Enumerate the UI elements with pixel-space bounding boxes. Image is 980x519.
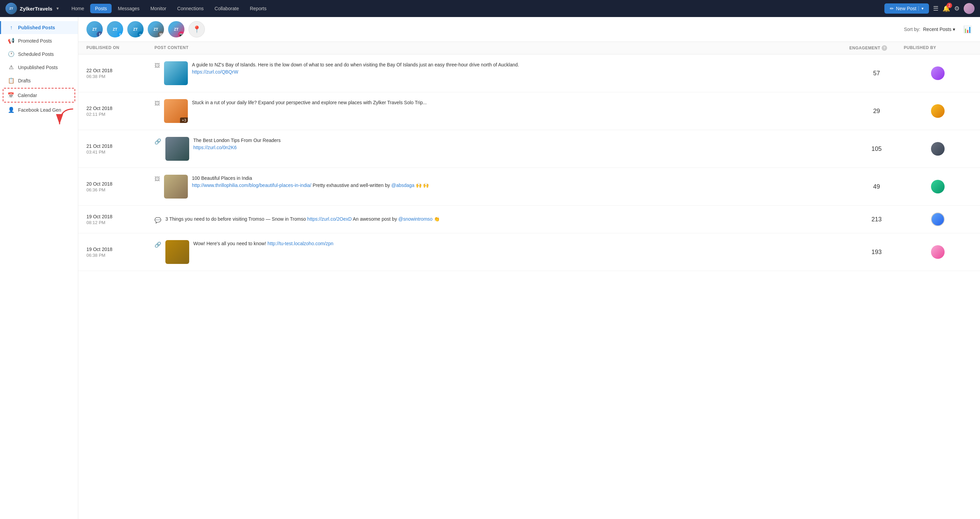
sidebar-label-calendar: Calendar (18, 93, 37, 98)
new-post-label: New Post (896, 6, 916, 11)
notifications-button[interactable]: 🔔 2 (943, 5, 950, 12)
nav-monitor[interactable]: Monitor (146, 4, 171, 13)
time-value: 08:12 PM (86, 220, 154, 225)
header-post-content: POST CONTENT (154, 45, 850, 51)
facebook-badge: f (97, 31, 103, 37)
engagement-value: 105 (850, 145, 904, 153)
engagement-value: 57 (850, 70, 904, 77)
channel-misc[interactable]: ZT M (148, 21, 164, 37)
channel-twitter[interactable]: ZT t (107, 21, 123, 37)
post-text: 3 Things you need to do before visiting … (165, 216, 850, 223)
post-date: 22 Oct 2018 02:11 PM (86, 105, 154, 117)
brand-chevron-icon: ▾ (56, 6, 59, 11)
time-value: 06:36 PM (86, 187, 154, 192)
misc-badge: M (158, 31, 164, 37)
sidebar-item-published[interactable]: ↑ Published Posts (0, 21, 78, 34)
analytics-icon[interactable]: 📊 (963, 25, 972, 34)
nav-collaborate[interactable]: Collaborate (210, 4, 244, 13)
post-link[interactable]: http://www.thrillophilia.com/blog/beauti… (192, 182, 311, 188)
nav-reports[interactable]: Reports (245, 4, 271, 13)
main-content: ZT f ZT t ZT in ZT M ZT 📷 (78, 17, 980, 519)
new-post-chevron-icon[interactable]: ▾ (918, 6, 924, 11)
top-nav: ZT ZylkerTravels ▾ Home Posts Messages M… (0, 0, 980, 17)
sidebar-item-unpublished[interactable]: ⚠ Unpublished Posts (0, 61, 78, 74)
sidebar-label-unpublished: Unpublished Posts (18, 65, 58, 70)
instagram-badge: 📷 (178, 31, 185, 37)
link-icon: 🔗 (154, 241, 161, 248)
table-row: 22 Oct 2018 02:11 PM 🖼 +3 Stuck in a rut… (78, 92, 980, 130)
brand-logo: ZT (5, 3, 17, 14)
sort-dropdown[interactable]: Recent Posts ▾ (923, 27, 955, 32)
nav-messages[interactable]: Messages (113, 4, 144, 13)
post-link[interactable]: http://tu-test.localzoho.com/zpn (267, 241, 334, 246)
post-content-cell: 🔗 The Best London Tips From Our Readers … (154, 137, 850, 161)
published-by-cell (904, 212, 972, 226)
post-content-cell: 🖼 +3 Stuck in a rut of your daily life? … (154, 99, 850, 123)
post-date: 22 Oct 2018 06:38 PM (86, 68, 154, 79)
pencil-icon: ✏ (890, 6, 894, 11)
menu-icon[interactable]: ☰ (933, 5, 939, 12)
app-layout: ↑ Published Posts 📢 Promoted Posts 🕐 Sch… (0, 17, 980, 519)
sidebar-item-promoted[interactable]: 📢 Promoted Posts (0, 34, 78, 47)
engagement-value: 49 (850, 183, 904, 190)
unpublished-icon: ⚠ (8, 64, 14, 70)
sidebar-label-drafts: Drafts (18, 78, 30, 83)
extra-count: +3 (180, 118, 188, 123)
post-thumbnail: +3 (164, 99, 188, 123)
nav-posts[interactable]: Posts (90, 4, 111, 13)
image-icon: 🖼 (154, 63, 160, 69)
table-row: 22 Oct 2018 06:38 PM 🖼 A guide to NZ's B… (78, 54, 980, 92)
post-thumbnail (165, 137, 189, 161)
post-thumbnail (165, 240, 189, 264)
table-row: 19 Oct 2018 06:38 PM 🔗 Wow! Here's all y… (78, 233, 980, 271)
engagement-value: 193 (850, 249, 904, 256)
nav-home[interactable]: Home (67, 4, 89, 13)
channel-gmb[interactable]: 📍 (189, 21, 205, 37)
linkedin-badge: in (137, 31, 143, 37)
post-date: 21 Oct 2018 03:41 PM (86, 144, 154, 155)
post-text: 100 Beautiful Places in India http://www… (192, 175, 850, 189)
link-icon: 🔗 (154, 138, 161, 145)
notification-badge: 2 (947, 3, 952, 8)
channel-linkedin[interactable]: ZT in (127, 21, 143, 37)
sort-control: Sort by: Recent Posts ▾ 📊 (904, 25, 972, 34)
sidebar-label-published: Published Posts (18, 25, 55, 30)
post-link[interactable]: https://zurl.co/2OexD (307, 216, 352, 222)
comment-icon: 💬 (154, 217, 161, 224)
post-content-cell: 🖼 100 Beautiful Places in India http://w… (154, 175, 850, 198)
header-published-on: PUBLISHED ON (86, 45, 154, 51)
settings-icon[interactable]: ⚙ (954, 5, 959, 12)
new-post-button[interactable]: ✏ New Post ▾ (885, 3, 929, 14)
author-avatar (931, 66, 945, 80)
published-icon: ↑ (8, 24, 14, 30)
channel-facebook[interactable]: ZT f (86, 21, 103, 37)
post-link[interactable]: https://zurl.co/QBQrW (192, 69, 238, 75)
table-row: 19 Oct 2018 08:12 PM 💬 3 Things you need… (78, 206, 980, 233)
author-avatar (931, 142, 945, 156)
sidebar-item-drafts[interactable]: 📋 Drafts (0, 74, 78, 87)
post-text: Stuck in a rut of your daily life? Expan… (192, 99, 850, 106)
brand[interactable]: ZT ZylkerTravels ▾ (5, 3, 59, 14)
user-avatar[interactable] (964, 3, 975, 14)
post-link[interactable]: https://zurl.co/0n2K6 (193, 145, 237, 150)
sidebar-item-calendar[interactable]: 📅 Calendar (3, 88, 75, 102)
channel-instagram[interactable]: ZT 📷 (168, 21, 185, 37)
engagement-help-icon[interactable]: ? (882, 45, 887, 51)
sort-label: Sort by: (904, 27, 920, 32)
nav-connections[interactable]: Connections (172, 4, 208, 13)
post-thumbnail (164, 175, 188, 198)
posts-table: PUBLISHED ON POST CONTENT ENGAGEMENT ? P… (78, 42, 980, 271)
table-row: 20 Oct 2018 06:36 PM 🖼 100 Beautiful Pla… (78, 168, 980, 206)
sidebar: ↑ Published Posts 📢 Promoted Posts 🕐 Sch… (0, 17, 78, 519)
time-value: 06:38 PM (86, 253, 154, 258)
published-by-cell (904, 66, 972, 80)
table-row: 21 Oct 2018 03:41 PM 🔗 The Best London T… (78, 130, 980, 168)
author-avatar (931, 245, 945, 259)
annotation-arrow (53, 105, 78, 131)
mention: @absdaga (391, 182, 414, 188)
brand-name: ZylkerTravels (20, 6, 52, 11)
time-value: 02:11 PM (86, 112, 154, 117)
post-date: 19 Oct 2018 08:12 PM (86, 214, 154, 225)
sidebar-item-scheduled[interactable]: 🕐 Scheduled Posts (0, 47, 78, 61)
scheduled-icon: 🕐 (8, 51, 14, 57)
